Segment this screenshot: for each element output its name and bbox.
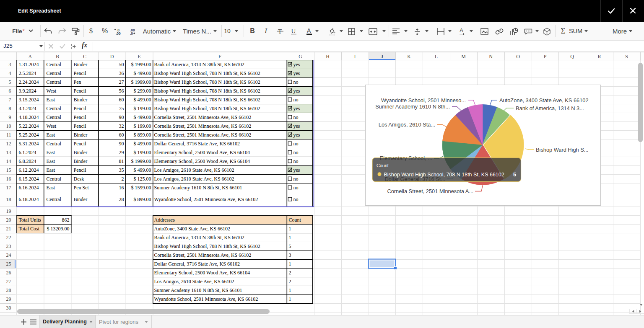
svg-text:yes: yes bbox=[293, 88, 300, 94]
svg-text:6.12.2024: 6.12.2024 bbox=[19, 167, 39, 173]
svg-text:Pencil: Pencil bbox=[74, 123, 87, 129]
svg-text:6.8.2024: 6.8.2024 bbox=[19, 158, 36, 164]
svg-text:3.9.2024: 3.9.2024 bbox=[19, 88, 36, 94]
svg-text:1.31.2024: 1.31.2024 bbox=[19, 62, 39, 67]
svg-text:East: East bbox=[47, 132, 55, 138]
svg-text:F: F bbox=[218, 54, 221, 59]
svg-text:no: no bbox=[293, 185, 299, 191]
svg-text:J: J bbox=[381, 54, 383, 59]
svg-text:$ 499.00: $ 499.00 bbox=[134, 141, 151, 147]
svg-text:81: 81 bbox=[119, 158, 124, 164]
svg-text:no: no bbox=[293, 114, 299, 120]
svg-text:yes: yes bbox=[293, 167, 300, 173]
svg-text:Elementary School, 2500 Wood A: Elementary School, 2500 Wood Ave, KS 661… bbox=[154, 158, 250, 164]
svg-text:8: 8 bbox=[9, 106, 11, 111]
svg-text:East: East bbox=[47, 158, 55, 164]
svg-text:1: 1 bbox=[289, 296, 291, 302]
svg-text:no: no bbox=[293, 196, 299, 202]
svg-text:$ 899.00: $ 899.00 bbox=[134, 196, 151, 202]
svg-text:Central: Central bbox=[47, 106, 62, 111]
svg-text:Los Amigos, 2610 State Ave, KS: Los Amigos, 2610 State Ave, KS 66102 bbox=[154, 167, 234, 173]
svg-text:1: 1 bbox=[289, 287, 291, 293]
svg-text:Sumner Academy 1610 N 8th St,: Sumner Academy 1610 N 8th St, KS 66101 bbox=[154, 287, 242, 293]
svg-text:50: 50 bbox=[119, 62, 124, 67]
svg-text:$ 499.00: $ 499.00 bbox=[134, 97, 151, 103]
svg-text:1: 1 bbox=[289, 261, 291, 267]
svg-text:I: I bbox=[354, 54, 356, 59]
svg-text:$ 199.00: $ 199.00 bbox=[134, 150, 151, 155]
svg-text:O: O bbox=[516, 54, 520, 59]
svg-text:Bank of America, 1314 N 3...: Bank of America, 1314 N 3... bbox=[516, 105, 584, 111]
svg-text:4.18.2024: 4.18.2024 bbox=[19, 114, 39, 120]
svg-text:Pencil: Pencil bbox=[74, 106, 87, 111]
svg-text:2.5.2024: 2.5.2024 bbox=[19, 70, 36, 76]
svg-text:yes: yes bbox=[293, 123, 300, 129]
svg-text:15: 15 bbox=[6, 167, 11, 173]
svg-text:30: 30 bbox=[6, 305, 11, 311]
svg-text:Pencil: Pencil bbox=[74, 141, 87, 147]
svg-text:Bishop Ward High School, 708 N: Bishop Ward High School, 708 N 18th St, … bbox=[154, 88, 260, 94]
svg-text:Binder: Binder bbox=[74, 62, 88, 67]
svg-text:6.18.2024: 6.18.2024 bbox=[19, 196, 39, 202]
svg-text:60: 60 bbox=[119, 97, 124, 103]
svg-text:56: 56 bbox=[119, 88, 124, 94]
svg-text:K: K bbox=[407, 54, 411, 59]
svg-text:24: 24 bbox=[6, 252, 11, 258]
svg-text:1: 1 bbox=[289, 226, 291, 232]
svg-text:M: M bbox=[461, 54, 466, 59]
svg-text:20: 20 bbox=[6, 217, 11, 223]
svg-text:no: no bbox=[293, 97, 299, 103]
svg-text:A: A bbox=[28, 54, 32, 59]
svg-text:5: 5 bbox=[9, 79, 11, 85]
svg-text:Bank of America, 1314 N 38th S: Bank of America, 1314 N 38th St, KS 6610… bbox=[154, 62, 244, 67]
svg-text:Bishop Ward High School, 708 N: Bishop Ward High School, 708 N 18th St, … bbox=[384, 172, 504, 178]
svg-text:60: 60 bbox=[119, 132, 124, 138]
svg-text:26: 26 bbox=[6, 270, 11, 276]
svg-text:862: 862 bbox=[62, 217, 70, 223]
svg-text:Pen Set: Pen Set bbox=[74, 185, 89, 191]
svg-text:Central: Central bbox=[47, 176, 62, 182]
svg-text:2: 2 bbox=[289, 270, 291, 276]
svg-text:17: 17 bbox=[6, 185, 11, 191]
svg-text:Elementary School, 2500 Wood A: Elementary School, 2500 Wood Ave, KS 661… bbox=[154, 270, 250, 276]
svg-text:Central: Central bbox=[47, 114, 62, 120]
svg-text:27: 27 bbox=[119, 79, 124, 85]
svg-text:Total Cost: Total Cost bbox=[19, 226, 40, 232]
svg-text:yes: yes bbox=[293, 106, 300, 111]
svg-text:29: 29 bbox=[119, 150, 124, 155]
svg-text:75: 75 bbox=[119, 106, 124, 111]
svg-text:9: 9 bbox=[9, 114, 11, 120]
svg-text:Binder: Binder bbox=[74, 97, 88, 103]
svg-text:G: G bbox=[299, 54, 302, 59]
svg-text:$ 499.00: $ 499.00 bbox=[134, 114, 151, 120]
svg-text:5: 5 bbox=[513, 171, 516, 178]
svg-text:Cornelia Street, 2501 Minnesot: Cornelia Street, 2501 Minnesota A... bbox=[387, 188, 473, 194]
svg-text:28: 28 bbox=[6, 287, 11, 293]
svg-text:Bishop Ward High School, 708 N: Bishop Ward High School, 708 N 18th St, … bbox=[154, 243, 260, 249]
svg-text:5.25.2024: 5.25.2024 bbox=[19, 132, 39, 138]
svg-text:$ 1999.00: $ 1999.00 bbox=[131, 158, 151, 164]
svg-text:$ 1999.00: $ 1999.00 bbox=[131, 79, 151, 85]
svg-text:yes: yes bbox=[293, 70, 300, 76]
svg-text:L: L bbox=[435, 54, 438, 59]
svg-text:25: 25 bbox=[6, 261, 11, 267]
svg-text:5: 5 bbox=[289, 243, 291, 249]
svg-text:5.22.2024: 5.22.2024 bbox=[19, 123, 39, 129]
svg-text:East: East bbox=[47, 167, 55, 173]
svg-text:R: R bbox=[597, 54, 601, 59]
svg-text:Los Amigos, 2610 State Ave, KS: Los Amigos, 2610 State Ave, KS 66102 bbox=[154, 176, 234, 182]
svg-text:28: 28 bbox=[119, 196, 124, 202]
svg-text:Central: Central bbox=[47, 141, 62, 147]
svg-text:$ 199.00: $ 199.00 bbox=[134, 106, 151, 111]
svg-text:18: 18 bbox=[6, 196, 11, 202]
svg-text:1: 1 bbox=[289, 235, 291, 240]
svg-text:Pencil: Pencil bbox=[74, 70, 87, 76]
svg-text:Los Amigos, 2610 Sta...: Los Amigos, 2610 Sta... bbox=[379, 121, 435, 128]
svg-text:no: no bbox=[293, 150, 299, 155]
svg-text:27: 27 bbox=[6, 279, 11, 284]
svg-text:Dollar General, 3716 State Ave: Dollar General, 3716 State Ave, KS 66102 bbox=[154, 261, 240, 267]
svg-text:$ 499.00: $ 499.00 bbox=[134, 70, 151, 76]
svg-text:yes: yes bbox=[293, 132, 300, 138]
svg-text:Total Units: Total Units bbox=[19, 217, 42, 223]
svg-text:3.15.2024: 3.15.2024 bbox=[19, 97, 39, 103]
